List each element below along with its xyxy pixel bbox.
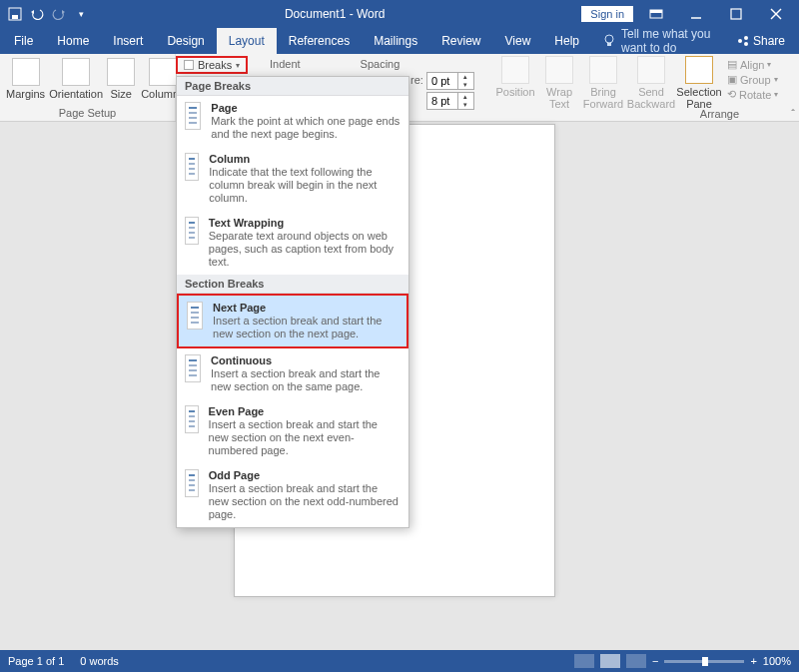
zoom-slider[interactable] <box>664 660 744 663</box>
spacing-after-input[interactable]: ▴▾ <box>426 92 474 110</box>
page-breaks-header: Page Breaks <box>177 77 408 96</box>
indent-label: Indent <box>270 58 301 70</box>
spacing-label: Spacing <box>361 58 400 70</box>
spin-down-icon[interactable]: ▾ <box>457 81 471 89</box>
break-column-item[interactable]: ColumnIndicate that the text following t… <box>177 147 408 211</box>
svg-rect-9 <box>607 43 611 46</box>
tab-references[interactable]: References <box>277 28 362 54</box>
word-count[interactable]: 0 words <box>80 655 119 667</box>
maximize-button[interactable] <box>719 0 753 28</box>
wrap-text-button[interactable]: Wrap Text <box>539 54 579 110</box>
zoom-level[interactable]: 100% <box>763 655 791 667</box>
wrap-text-icon <box>545 56 573 84</box>
ribbon-display-icon[interactable] <box>639 0 673 28</box>
continuous-break-icon <box>185 354 201 382</box>
tell-me-search[interactable]: Tell me what you want to do <box>591 28 723 54</box>
break-page-item[interactable]: PageMark the point at which one page end… <box>177 96 408 147</box>
zoom-out-button[interactable]: − <box>652 655 658 667</box>
spacing-before-input[interactable]: ▴▾ <box>426 72 474 90</box>
tab-insert[interactable]: Insert <box>101 28 155 54</box>
orientation-icon <box>62 58 90 86</box>
tab-file[interactable]: File <box>0 28 45 54</box>
svg-point-10 <box>738 39 742 43</box>
page-count[interactable]: Page 1 of 1 <box>8 655 64 667</box>
break-next-page-item[interactable]: Next PageInsert a section break and star… <box>177 294 408 348</box>
spin-down-icon[interactable]: ▾ <box>457 101 471 109</box>
spacing-before-label: re: <box>410 74 423 86</box>
breaks-label: Breaks <box>198 59 232 71</box>
spin-up-icon[interactable]: ▴ <box>457 73 471 81</box>
chevron-down-icon: ▾ <box>236 61 240 70</box>
spacing-after-value[interactable] <box>427 95 457 107</box>
tab-help[interactable]: Help <box>542 28 591 54</box>
breaks-dropdown: Page Breaks PageMark the point at which … <box>176 76 409 528</box>
status-bar: Page 1 of 1 0 words − + 100% <box>0 650 799 672</box>
send-backward-button[interactable]: Send Backward <box>627 54 675 110</box>
align-icon: ▤ <box>727 58 737 71</box>
qat-customize-icon[interactable]: ▾ <box>74 7 88 21</box>
break-text-wrapping-item[interactable]: Text WrappingSeparate text around object… <box>177 211 408 275</box>
spacing-before-value[interactable] <box>427 75 457 87</box>
margins-button[interactable]: Margins <box>6 56 45 100</box>
column-break-icon <box>185 153 199 181</box>
save-icon[interactable] <box>8 7 22 21</box>
selection-pane-button[interactable]: Selection Pane <box>675 54 723 110</box>
group-icon: ▣ <box>727 73 737 86</box>
collapse-ribbon-icon[interactable]: ˆ <box>791 108 795 120</box>
even-page-break-icon <box>185 405 199 433</box>
close-button[interactable] <box>759 0 793 28</box>
odd-page-break-icon <box>185 469 199 497</box>
minimize-button[interactable] <box>679 0 713 28</box>
zoom-in-button[interactable]: + <box>750 655 756 667</box>
columns-icon <box>149 58 177 86</box>
redo-icon[interactable] <box>52 7 66 21</box>
size-icon <box>107 58 135 86</box>
sign-in-button[interactable]: Sign in <box>581 6 633 22</box>
tell-me-label: Tell me what you want to do <box>621 27 711 55</box>
title-bar: ▾ Document1 - Word Sign in <box>0 0 799 28</box>
share-icon <box>737 35 749 47</box>
share-label: Share <box>753 34 785 48</box>
size-button[interactable]: Size <box>107 56 135 100</box>
tab-mailings[interactable]: Mailings <box>362 28 429 54</box>
share-button[interactable]: Share <box>723 28 799 54</box>
rotate-button[interactable]: ⟲Rotate▾ <box>727 88 775 101</box>
position-icon <box>501 56 529 84</box>
orientation-button[interactable]: Orientation <box>51 56 101 100</box>
tab-design[interactable]: Design <box>155 28 216 54</box>
tab-layout[interactable]: Layout <box>217 28 277 54</box>
svg-rect-5 <box>731 9 741 19</box>
arrange-group-label: Arrange <box>700 108 739 120</box>
svg-rect-3 <box>650 10 662 13</box>
print-layout-button[interactable] <box>600 654 620 668</box>
svg-rect-1 <box>12 15 18 19</box>
group-button[interactable]: ▣Group▾ <box>727 73 775 86</box>
bring-forward-icon <box>589 56 617 84</box>
web-layout-button[interactable] <box>626 654 646 668</box>
rotate-icon: ⟲ <box>727 88 736 101</box>
section-breaks-header: Section Breaks <box>177 275 408 294</box>
send-backward-icon <box>637 56 665 84</box>
svg-point-12 <box>744 42 748 46</box>
break-even-page-item[interactable]: Even PageInsert a section break and star… <box>177 399 408 463</box>
breaks-button[interactable]: Breaks ▾ <box>176 56 248 74</box>
break-odd-page-item[interactable]: Odd PageInsert a section break and start… <box>177 463 408 527</box>
tab-review[interactable]: Review <box>429 28 492 54</box>
read-mode-button[interactable] <box>574 654 594 668</box>
align-button[interactable]: ▤Align▾ <box>727 58 775 71</box>
break-continuous-item[interactable]: ContinuousInsert a section break and sta… <box>177 348 408 399</box>
undo-icon[interactable] <box>30 7 44 21</box>
window-title: Document1 - Word <box>88 7 581 21</box>
breaks-icon <box>184 60 194 70</box>
tab-view[interactable]: View <box>493 28 543 54</box>
svg-point-11 <box>744 36 748 40</box>
page-setup-group-label: Page Setup <box>6 105 169 119</box>
selection-pane-icon <box>685 56 713 84</box>
page-break-icon <box>185 102 201 130</box>
text-wrapping-break-icon <box>185 217 199 245</box>
spin-up-icon[interactable]: ▴ <box>457 93 471 101</box>
tab-home[interactable]: Home <box>45 28 101 54</box>
position-button[interactable]: Position <box>491 54 539 98</box>
bring-forward-button[interactable]: Bring Forward <box>579 54 627 110</box>
ribbon-tabs: File Home Insert Design Layout Reference… <box>0 28 799 54</box>
